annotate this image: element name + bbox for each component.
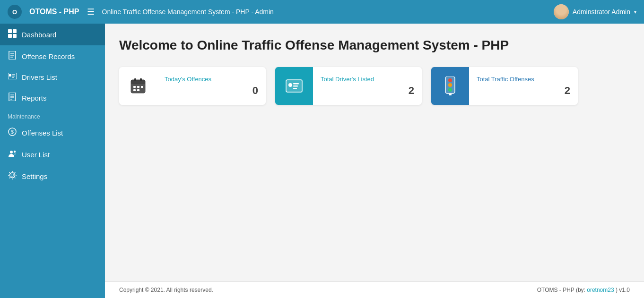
footer-version: ) v1.0 [614, 287, 630, 293]
navbar: O OTOMS - PHP ☰ Online Traffic Offense M… [0, 0, 644, 24]
total-drivers-label: Total Driver's Listed [321, 76, 414, 83]
svg-rect-0 [8, 29, 12, 33]
offense-records-icon [8, 51, 17, 61]
sidebar-item-settings[interactable]: Settings [0, 165, 105, 187]
total-traffic-body: Total Traffic Offenses 2 [469, 69, 578, 103]
card-total-drivers: Total Driver's Listed 2 [275, 67, 422, 105]
todays-offences-icon-box [119, 67, 157, 105]
todays-offences-value: 0 [165, 85, 258, 97]
svg-rect-43 [449, 94, 452, 95]
sidebar-item-user-list[interactable]: User List [0, 144, 105, 165]
brand-icon: O [8, 5, 22, 19]
svg-rect-31 [141, 86, 143, 88]
avatar [554, 4, 569, 19]
svg-rect-2 [8, 34, 12, 38]
footer-right: OTOMS - PHP (by: oretnom23 ) v1.0 [537, 287, 630, 293]
layout: Dashboard Offense Records [0, 24, 644, 298]
sidebar-label-offenses-list: Offenses List [22, 129, 63, 137]
todays-offences-label: Today's Offences [165, 76, 258, 83]
total-traffic-label: Total Traffic Offenses [477, 76, 570, 83]
reports-icon [8, 93, 17, 103]
svg-rect-27 [134, 78, 136, 81]
avatar-image [554, 4, 569, 19]
svg-rect-1 [13, 29, 17, 33]
sidebar-item-dashboard[interactable]: Dashboard [0, 24, 105, 45]
footer-copyright: Copyright © 2021. All rights reserved. [119, 287, 213, 293]
total-traffic-value: 2 [477, 85, 570, 97]
svg-text:$: $ [11, 129, 14, 135]
admin-menu[interactable]: Adminstrator Admin ▾ [554, 4, 636, 19]
svg-point-24 [11, 174, 14, 177]
settings-icon [8, 171, 17, 181]
brand-icon-letter: O [12, 9, 17, 16]
total-traffic-icon-box [431, 67, 469, 105]
sidebar-item-reports[interactable]: Reports [0, 87, 105, 109]
content-area: Welcome to Online Traffic Offense Manage… [105, 24, 644, 281]
maintenance-label: Maintenance [0, 109, 105, 122]
svg-point-21 [14, 151, 16, 153]
brand-name: OTOMS - PHP [29, 8, 79, 16]
svg-rect-9 [9, 74, 11, 77]
sidebar-item-drivers-list[interactable]: Drivers List [0, 67, 105, 87]
cards-row: Today's Offences 0 [119, 67, 630, 105]
footer-author[interactable]: oretnom23 [587, 287, 614, 293]
navbar-left: O OTOMS - PHP ☰ Online Traffic Offense M… [8, 5, 274, 19]
total-drivers-body: Total Driver's Listed 2 [313, 69, 422, 103]
hamburger-button[interactable]: ☰ [87, 7, 95, 17]
svg-point-35 [288, 83, 292, 87]
main-content: Welcome to Online Traffic Offense Manage… [105, 24, 644, 298]
sidebar-item-offense-records[interactable]: Offense Records [0, 45, 105, 67]
svg-rect-37 [293, 85, 298, 87]
offenses-list-icon: $ [8, 128, 17, 138]
total-drivers-icon-box [275, 67, 313, 105]
card-total-traffic-offenses: Total Traffic Offenses 2 [431, 67, 578, 105]
sidebar: Dashboard Offense Records [0, 24, 105, 298]
sidebar-label-drivers-list: Drivers List [22, 73, 57, 81]
drivers-list-icon [8, 73, 17, 81]
svg-point-42 [448, 88, 452, 92]
dropdown-arrow-icon: ▾ [634, 9, 636, 15]
svg-point-40 [448, 78, 452, 82]
svg-rect-30 [137, 86, 139, 88]
nav-title: Online Traffic Offense Management System… [102, 8, 274, 16]
user-list-icon [8, 149, 17, 160]
svg-rect-29 [133, 86, 136, 88]
sidebar-label-user-list: User List [22, 151, 50, 159]
svg-rect-26 [131, 80, 145, 84]
svg-rect-36 [293, 83, 299, 85]
sidebar-label-reports: Reports [22, 94, 47, 102]
svg-rect-3 [13, 34, 17, 38]
sidebar-label-settings: Settings [22, 172, 47, 180]
svg-point-41 [448, 83, 452, 87]
admin-name: Adminstrator Admin [573, 8, 630, 16]
todays-offences-body: Today's Offences 0 [157, 69, 266, 103]
footer-right-text: OTOMS - PHP (by: [537, 287, 587, 293]
total-drivers-value: 2 [321, 85, 414, 97]
dashboard-icon [8, 29, 17, 40]
svg-rect-28 [140, 78, 142, 81]
card-todays-offences: Today's Offences 0 [119, 67, 266, 105]
svg-rect-38 [293, 88, 297, 89]
sidebar-item-offenses-list[interactable]: $ Offenses List [0, 122, 105, 144]
svg-rect-33 [137, 89, 139, 91]
svg-rect-32 [133, 89, 136, 91]
page-title: Welcome to Online Traffic Offense Manage… [119, 38, 630, 53]
svg-point-20 [10, 151, 13, 153]
sidebar-label-dashboard: Dashboard [22, 31, 56, 39]
footer: Copyright © 2021. All rights reserved. O… [105, 281, 644, 298]
sidebar-label-offense-records: Offense Records [22, 52, 75, 60]
svg-rect-13 [9, 93, 16, 101]
